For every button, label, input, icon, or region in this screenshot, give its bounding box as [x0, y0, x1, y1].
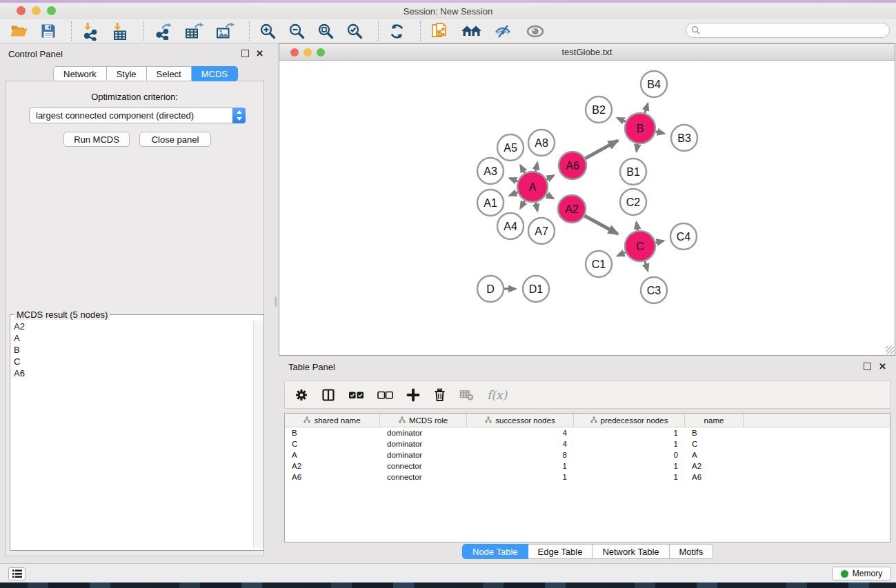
network-graph-canvas[interactable]: AA6A2BCA5A8A3A1A4A7B2B4B3B1C2C4C1C3DD1	[279, 61, 895, 356]
float-table-panel-icon[interactable]	[864, 363, 871, 370]
table-cell[interactable]: dominator	[380, 429, 467, 437]
graph-node-A6[interactable]: A6	[559, 152, 586, 179]
table-cell[interactable]: 4	[467, 429, 574, 437]
hide-details-icon[interactable]	[494, 23, 514, 40]
select-all-checkboxes-icon[interactable]	[348, 390, 364, 400]
table-cell[interactable]: 0	[574, 451, 685, 459]
table-cell[interactable]: C	[685, 440, 744, 448]
graph-node-A3[interactable]: A3	[477, 158, 504, 184]
network-window-titlebar[interactable]: testGlobe.txt	[279, 44, 895, 61]
import-network-icon[interactable]	[81, 22, 99, 41]
save-session-icon[interactable]	[40, 23, 57, 39]
zoom-out-icon[interactable]	[288, 23, 306, 40]
edge-A6-B[interactable]	[585, 141, 617, 159]
tab-select[interactable]: Select	[147, 66, 192, 81]
table-cell[interactable]: A6	[685, 473, 744, 481]
tab-style[interactable]: Style	[107, 66, 147, 81]
export-image-icon[interactable]	[215, 22, 235, 40]
edge-A-A4[interactable]	[521, 201, 525, 208]
export-table-icon[interactable]	[184, 22, 203, 40]
graph-node-B3[interactable]: B3	[671, 125, 697, 151]
graph-node-B4[interactable]: B4	[641, 71, 667, 97]
zoom-fit-icon[interactable]	[317, 23, 335, 40]
table-cell[interactable]: dominator	[380, 451, 467, 459]
graph-node-A4[interactable]: A4	[497, 213, 524, 239]
column-header-name[interactable]: name	[685, 414, 744, 427]
open-file-icon[interactable]	[10, 22, 28, 40]
column-layout-icon[interactable]	[321, 388, 335, 402]
close-panel-button[interactable]: Close panel	[139, 132, 211, 147]
close-table-panel-icon[interactable]: ✕	[879, 363, 886, 370]
edge-A2-C[interactable]	[584, 216, 617, 234]
edge-C-C3[interactable]	[645, 261, 648, 270]
edge-C-C4[interactable]	[655, 241, 663, 243]
graph-node-A[interactable]: A	[517, 172, 548, 202]
graph-node-A8[interactable]: A8	[528, 130, 555, 156]
close-panel-icon[interactable]: ✕	[256, 50, 263, 57]
show-details-icon[interactable]	[526, 23, 546, 40]
graph-node-A1[interactable]: A1	[477, 190, 504, 216]
criterion-dropdown[interactable]: largest connected component (directed)	[29, 108, 246, 123]
mcds-result-item[interactable]: A2	[11, 321, 254, 332]
graph-node-A5[interactable]: A5	[497, 134, 524, 161]
delete-column-icon[interactable]	[433, 388, 446, 402]
graph-node-A7[interactable]: A7	[528, 218, 555, 244]
graph-node-C[interactable]: C	[625, 231, 655, 261]
result-list-scrollbar[interactable]	[253, 321, 263, 548]
graph-node-B2[interactable]: B2	[586, 97, 612, 123]
table-cell[interactable]: 1	[574, 462, 685, 470]
refresh-icon[interactable]	[388, 23, 406, 40]
table-cell[interactable]: 1	[467, 462, 574, 470]
table-cell[interactable]: connector	[380, 462, 467, 470]
edge-A-A8[interactable]	[536, 163, 537, 171]
zoom-selected-icon[interactable]	[346, 23, 364, 40]
zoom-in-icon[interactable]	[259, 23, 277, 40]
home-networks-icon[interactable]	[461, 23, 482, 40]
mcds-result-item[interactable]: A	[11, 332, 254, 344]
graph-node-B1[interactable]: B1	[620, 159, 646, 185]
export-network-icon[interactable]	[154, 22, 172, 40]
tab-network-table[interactable]: Network Table	[593, 544, 669, 559]
table-cell[interactable]: 1	[467, 473, 574, 481]
graph-node-D1[interactable]: D1	[523, 276, 549, 302]
table-row[interactable]: A2connector11A2	[285, 460, 890, 472]
table-cell[interactable]: B	[685, 429, 744, 437]
graph-node-C2[interactable]: C2	[620, 189, 646, 215]
tab-edge-table[interactable]: Edge Table	[528, 544, 593, 559]
memory-button[interactable]: Memory	[832, 567, 891, 580]
table-row[interactable]: Cdominator41C	[285, 438, 890, 449]
search-input[interactable]	[701, 24, 889, 37]
network-from-document-icon[interactable]	[430, 21, 449, 41]
tab-mcds[interactable]: MCDS	[192, 66, 238, 81]
run-mcds-button[interactable]: Run MCDS	[63, 132, 130, 147]
table-cell[interactable]: A	[285, 451, 380, 459]
window-resize-grip[interactable]	[886, 346, 894, 354]
mcds-result-item[interactable]: B	[11, 344, 254, 356]
function-builder-icon[interactable]: f(x)	[487, 388, 507, 402]
edge-B-B1[interactable]	[637, 144, 638, 152]
tab-motifs[interactable]: Motifs	[670, 544, 714, 559]
table-cell[interactable]: A2	[685, 462, 744, 470]
table-cell[interactable]: B	[285, 429, 380, 437]
search-field[interactable]	[686, 23, 890, 38]
table-cell[interactable]: 1	[574, 473, 685, 481]
table-cell[interactable]: connector	[380, 473, 467, 481]
table-cell[interactable]: 1	[574, 440, 685, 448]
add-column-icon[interactable]	[406, 388, 420, 402]
tab-node-table[interactable]: Node Table	[462, 544, 528, 559]
table-cell[interactable]: A6	[285, 473, 380, 481]
column-header-MCDS-role[interactable]: MCDS role	[380, 414, 467, 427]
deselect-all-checkboxes-icon[interactable]	[377, 390, 393, 400]
task-history-button[interactable]	[8, 567, 26, 580]
graph-node-C3[interactable]: C3	[641, 277, 667, 303]
column-header-shared-name[interactable]: shared name	[285, 414, 380, 427]
mcds-result-item[interactable]: C	[11, 356, 254, 367]
table-row[interactable]: A6connector11A6	[285, 472, 890, 483]
table-cell[interactable]: 8	[467, 451, 574, 459]
column-header-predecessor-nodes[interactable]: predecessor nodes	[574, 414, 685, 427]
split-divider-handle[interactable]	[275, 296, 277, 307]
table-row[interactable]: Bdominator41B	[285, 427, 890, 438]
table-cell[interactable]: C	[285, 440, 380, 448]
table-cell[interactable]: dominator	[380, 440, 467, 448]
float-panel-icon[interactable]	[241, 50, 249, 57]
